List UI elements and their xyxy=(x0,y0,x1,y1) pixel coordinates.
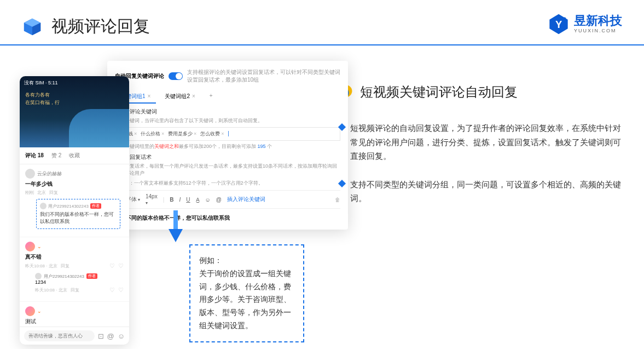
keyword-input[interactable]: 多少钱× 什么价格× 费用是多少× 怎么收费× | xyxy=(115,127,340,141)
status-bar: 没有 SIM · 5:11 xyxy=(24,79,58,87)
editor-toolbar: 系统字体 ▾ 14px ▾ | B I U A̲ ☺ @ 插入评论关键词 🗑 xyxy=(115,190,340,209)
example-head: 例如： xyxy=(199,254,294,267)
arrow-icon xyxy=(167,210,184,243)
video-thumb: 没有 SIM · 5:11 各有力各有 在笑口有福，行 xyxy=(20,76,129,147)
example-body: 关于询价的设置成一组关键词，多少钱、什么价格，费用多少等。关于咨询班型、版本、型… xyxy=(199,267,294,333)
editor-content[interactable]: 我们不同的版本价格不一样，您可以私信联系我 xyxy=(115,212,340,224)
page-title: 视频评论回复 xyxy=(51,15,150,38)
comment-item: 云朵的赫赫 一年多少钱 刚刚北京回复 用户2299214302243作者 我们不… xyxy=(20,164,129,237)
avatar xyxy=(35,273,42,279)
italic-button[interactable]: I xyxy=(179,197,181,203)
toggle-desc: 支持根据评论的关键词设置回复话术，可以针对不同类型关键词设置回复话术，最多添加1… xyxy=(187,68,340,84)
bold-button[interactable]: B xyxy=(170,197,173,203)
bullet-item: 短视频评论的自动回复设置，为了提升作者的评论回复效率，在系统中针对常见的评论用户… xyxy=(335,121,624,163)
size-select[interactable]: 14px ▾ xyxy=(146,193,158,205)
dislike-icon[interactable]: ♡ xyxy=(118,287,124,294)
image-icon[interactable]: ⊡ xyxy=(98,332,104,340)
color-button[interactable]: A̲ xyxy=(196,197,200,203)
bullet-item: 支持不同类型的关键词分组，同一类问题，可设置多个相近的、高频的关键词。 xyxy=(335,178,624,205)
tab-add[interactable]: + xyxy=(204,90,216,104)
tab-fav[interactable]: 收藏 xyxy=(69,152,80,159)
example-box: 例如： 关于询价的设置成一组关键词，多少钱、什么价格，费用多少等。关于咨询班型、… xyxy=(189,244,304,342)
comment-item: ⌄ 测试 xyxy=(20,302,129,327)
tab-likes[interactable]: 赞 2 xyxy=(51,152,61,159)
brand-mark-icon: Y xyxy=(548,13,570,35)
reply-hint: 设置回复话术，每回复一个用户评论只发送一条话术，最多支持设置10条不同话术，按添… xyxy=(115,163,340,177)
reply-label: 设置回复话术 xyxy=(115,153,340,161)
tab-comments[interactable]: 评论 18 xyxy=(25,152,44,159)
mobile-preview: 没有 SIM · 5:11 各有力各有 在笑口有福，行 评论 18 赞 2 收藏… xyxy=(20,76,129,345)
cube-icon xyxy=(22,16,43,37)
avatar xyxy=(25,242,35,251)
comment-tabs: 评论 18 赞 2 收藏 xyxy=(20,147,129,164)
svg-marker-7 xyxy=(169,229,183,242)
keyword-label: 设置评论关键词 xyxy=(115,108,340,116)
tab-keyword-group-2[interactable]: 关键词组2× xyxy=(159,90,200,104)
dislike-icon[interactable]: ♡ xyxy=(118,262,124,270)
reply-tip: 1 提示：一个富文本框最多支持512个字符，一个汉字占用2个字符。 xyxy=(115,180,340,187)
brand-logo: Y 昱新科技 YUUXIN.COM xyxy=(548,13,622,35)
heart-icon[interactable]: ♡ xyxy=(109,287,115,294)
heart-icon[interactable]: ♡ xyxy=(109,262,115,270)
insert-keyword-button[interactable]: 插入评论关键词 xyxy=(227,196,265,203)
svg-point-5 xyxy=(563,18,566,20)
svg-rect-6 xyxy=(173,210,178,230)
section-title: 短视频关键词评论自动回复 xyxy=(360,83,518,101)
delete-icon[interactable]: 🗑 xyxy=(335,197,340,203)
avatar xyxy=(25,306,35,316)
emoji-button[interactable]: ☺ xyxy=(205,197,211,203)
underline-button[interactable]: U xyxy=(186,197,190,203)
auto-reply-highlight: 用户2299214302243作者 我们不同的版本价格不一样，您可以私信联系我 xyxy=(36,199,120,229)
keyword-note: 所有关键词组里的关键词之和最多可添加200个，目前剩余可添加 195 个 xyxy=(115,143,340,150)
avatar xyxy=(25,169,35,179)
svg-text:Y: Y xyxy=(555,19,562,30)
keyword-hint: 设置关键词，当评论里内容包含了以下关键词，则系统可自动回复。 xyxy=(115,117,340,124)
settings-panel: 自动回复关键词评论 支持根据评论的关键词设置回复话术，可以针对不同类型关键词设置… xyxy=(107,61,348,230)
brand-domain: YUUXIN.COM xyxy=(574,28,622,33)
emoji-icon[interactable]: ☺ xyxy=(118,332,125,340)
brand-name: 昱新科技 xyxy=(574,15,622,27)
comment-item: ⌄ 真不错 昨天10:08 · 北京回复♡♡ 用户2299214302243作者… xyxy=(20,237,129,302)
comment-input-bar: ⊡ @ ☺ xyxy=(20,327,129,345)
comment-input[interactable] xyxy=(24,330,95,341)
at-button[interactable]: @ xyxy=(216,197,222,203)
at-icon[interactable]: @ xyxy=(107,332,114,340)
auto-reply-toggle[interactable] xyxy=(169,72,183,80)
avatar xyxy=(40,203,47,209)
